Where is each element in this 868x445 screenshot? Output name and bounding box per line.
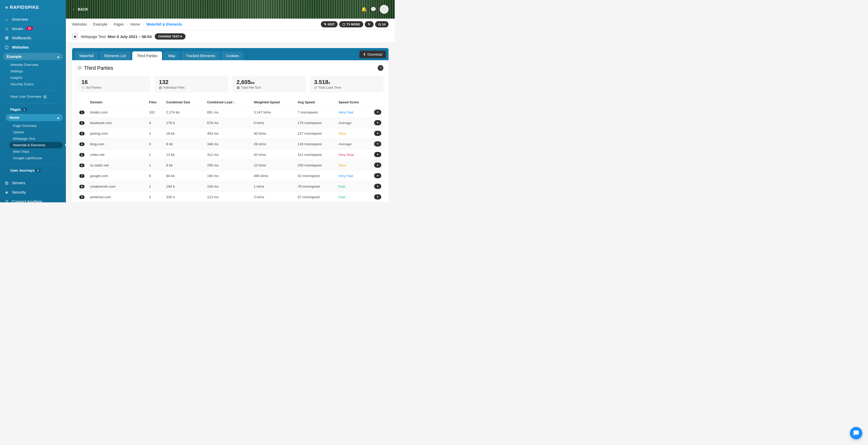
chat-icon[interactable]: 💬	[370, 6, 376, 12]
sidebar-page-overview[interactable]: Page Overview	[9, 122, 63, 129]
sidebar-settings[interactable]: Settings	[7, 68, 63, 75]
refresh-icon: ↻	[368, 23, 370, 26]
expand-button[interactable]: ▼	[374, 131, 381, 136]
sidebar-home-header[interactable]: Home▴	[6, 114, 63, 121]
sidebar-web-vitals[interactable]: Web Vitals	[9, 148, 63, 155]
expand-button[interactable]: ▼	[374, 194, 381, 200]
avatar[interactable]	[380, 5, 389, 14]
expand-button[interactable]: ▼	[374, 141, 381, 147]
rank-badge: 9	[79, 196, 85, 199]
cell-files: 2	[147, 192, 164, 202]
edit-button[interactable]: ✎EDIT	[321, 21, 338, 27]
panel-title: ♲Third Parties	[77, 65, 113, 71]
nav-overview[interactable]: ⌂Overview	[0, 15, 66, 24]
cell-score: Fast	[336, 192, 372, 202]
col-score[interactable]: Speed Score	[336, 98, 372, 107]
breadcrumb-pages[interactable]: Pages	[114, 22, 124, 26]
sidebar-real-user[interactable]: Real User Overview×	[7, 93, 63, 100]
expand-button[interactable]: ▼	[374, 120, 381, 125]
cell-aspeed: 34 ms/request	[296, 202, 336, 203]
tab-third-parties[interactable]: Third Parties	[132, 52, 162, 60]
cell-size: 13 kb	[164, 149, 205, 160]
cell-domain: pinimg.com	[88, 128, 147, 139]
expand-button[interactable]: ▼	[374, 173, 381, 178]
breadcrumb-home[interactable]: Home	[130, 22, 140, 26]
server-icon: ▤	[5, 181, 9, 185]
brand-text: RAPIDSPIKE	[10, 5, 39, 10]
back-button[interactable]: ←BACK	[72, 7, 88, 11]
stat-value: 16	[82, 79, 147, 86]
nav-servers[interactable]: ▤Servers	[0, 178, 66, 188]
cell-load: 691 ms	[205, 107, 252, 118]
period-button[interactable]: ◷1d	[375, 21, 389, 27]
col-load[interactable]: Combined Load ↓	[205, 98, 252, 107]
sidebar-example-header[interactable]: Example▴	[3, 53, 63, 60]
expand-button[interactable]: ▼	[374, 162, 381, 168]
grid-icon: ▦	[5, 35, 9, 40]
cell-files: 2	[147, 128, 164, 139]
test-icon: ◉	[72, 34, 78, 39]
sidebar-pages[interactable]: Pages 1	[7, 106, 63, 113]
sidebar-uptime[interactable]: Uptime	[9, 129, 63, 136]
cell-files: 3	[147, 202, 164, 203]
close-icon[interactable]: ×	[43, 95, 47, 99]
stat-label: ♲3rd Parties	[82, 86, 147, 89]
expand-button[interactable]: ▼	[374, 184, 381, 189]
nav-issues[interactable]: △Issues50	[0, 24, 66, 33]
table-row: 5 criteo.net 1 13 kb 311 ms 42 b/ms 311 …	[77, 149, 383, 160]
stat-icon: ◷	[314, 86, 317, 89]
sidebar-insights[interactable]: Insights	[7, 75, 63, 81]
breadcrumb-example[interactable]: Example	[93, 22, 107, 26]
expand-button[interactable]: ▼	[374, 152, 381, 157]
col-domain[interactable]: Domain	[88, 98, 147, 107]
pencil-icon: ✎	[324, 23, 327, 26]
nav-wallboards[interactable]: ▦Wallboards	[0, 33, 66, 42]
nav-connect[interactable]: ⚲Connect Anything	[0, 197, 66, 203]
cell-score: Average	[336, 118, 372, 128]
cell-size: 6 kb	[164, 160, 205, 171]
sidebar-website-overview[interactable]: Website Overview	[7, 61, 63, 68]
cell-size: 2,174 kb	[164, 107, 205, 118]
change-test-button[interactable]: CHANGE TEST ▾	[155, 33, 186, 39]
logo[interactable]: ⟐ RAPIDSPIKE	[0, 0, 66, 15]
help-icon[interactable]: ?	[378, 65, 383, 71]
breadcrumb-websites[interactable]: Websites	[72, 22, 87, 26]
refresh-button[interactable]: ↻	[365, 21, 374, 27]
breadcrumb-current: Waterfall & Elements	[147, 22, 182, 26]
cell-aspeed: 79 ms/request	[296, 181, 336, 192]
download-button[interactable]: ⬇Download	[359, 51, 386, 58]
cell-aspeed: 32 ms/request	[296, 171, 336, 181]
tab-map[interactable]: Map	[163, 52, 180, 60]
cell-files: 4	[147, 118, 164, 128]
cell-load: 113 ms	[205, 192, 252, 202]
col-files[interactable]: Files	[147, 98, 164, 107]
cell-score: Fast	[336, 181, 372, 192]
cell-wspeed: 22 b/ms	[252, 160, 296, 171]
col-aspeed[interactable]: Avg Speed	[296, 98, 336, 107]
cell-load: 255 ms	[205, 160, 252, 171]
tab-waterfall[interactable]: Waterfall	[75, 52, 98, 60]
tab-tracked-elements[interactable]: Tracked Elements	[181, 52, 220, 60]
expand-button[interactable]: ▼	[374, 110, 381, 115]
tab-cookies[interactable]: Cookies	[221, 52, 244, 60]
bell-icon[interactable]: 🔔	[361, 6, 367, 12]
sidebar-user-journeys[interactable]: User Journeys 0	[7, 167, 63, 174]
sidebar-waterfall[interactable]: Waterfall & Elements	[9, 142, 63, 148]
nav-security[interactable]: ◈Security	[0, 188, 66, 197]
table-row: 10 googletagmanager.com 3 139 kb 102 ms …	[77, 202, 383, 203]
rank-badge: 6	[79, 164, 85, 167]
col-wspeed[interactable]: Weighted Speed	[252, 98, 296, 107]
cell-load: 190 ms	[205, 171, 252, 181]
tv-mode-button[interactable]: ▢TV MODE	[339, 21, 363, 27]
sidebar-webpage-test[interactable]: Webpage Test	[9, 136, 63, 142]
stat-card: 3.518s◷Total Load Time	[310, 76, 383, 92]
col-size[interactable]: Combined Size	[164, 98, 205, 107]
stat-value: 132	[159, 79, 224, 86]
sidebar-lighthouse[interactable]: Google Lighthouse	[9, 155, 63, 161]
cell-load: 678 ms	[205, 118, 252, 128]
nav-websites[interactable]: ▢Websites	[0, 42, 66, 52]
tab-elements-list[interactable]: Elements List	[100, 52, 131, 60]
sidebar-security-scans[interactable]: Security Scans	[7, 81, 63, 87]
stat-card: 2,605kb▦Total File Size	[232, 76, 306, 92]
recycle-icon: ♲	[77, 65, 82, 71]
